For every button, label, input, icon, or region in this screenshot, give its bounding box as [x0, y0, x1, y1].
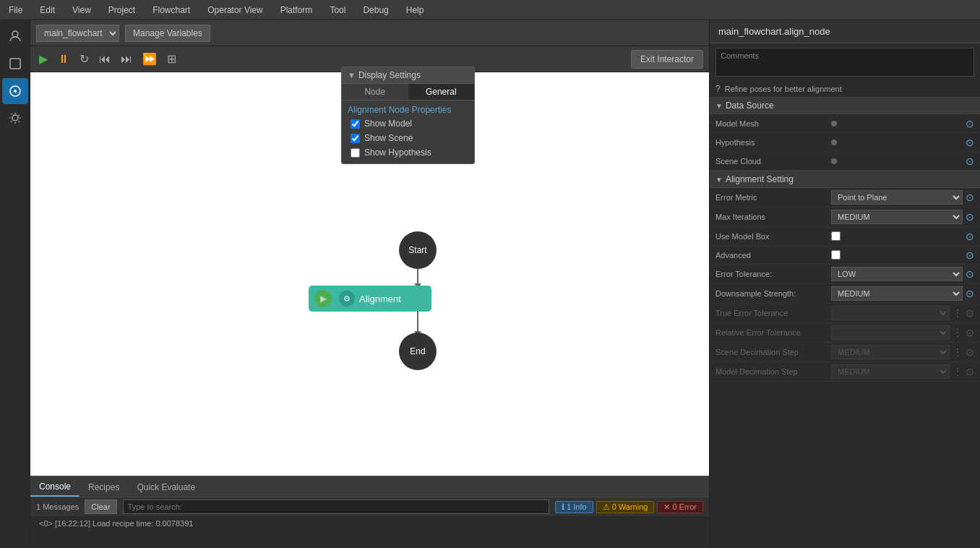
console-badges: ℹ 1 Info ⚠ 0 Warning ✕ 0 Error	[555, 501, 703, 513]
section-label-data-source: Data Source	[726, 100, 974, 111]
step-start-button[interactable]: ⏮	[96, 51, 113, 67]
badge-warning[interactable]: ⚠ 0 Warning	[596, 501, 655, 513]
pause-button[interactable]: ⏸	[55, 51, 72, 67]
section-data-source[interactable]: ▼ Data Source	[710, 97, 980, 114]
refresh-button[interactable]: ↻	[77, 51, 92, 67]
menu-debug[interactable]: Debug	[360, 4, 391, 17]
exit-interactor-button[interactable]: Exit Interactor	[631, 50, 703, 69]
menu-view[interactable]: View	[69, 4, 94, 17]
svg-rect-1	[10, 59, 20, 69]
console-search-input[interactable]	[123, 500, 550, 514]
flow-node-alignment[interactable]: ▶ ⚙ Alignment	[309, 286, 431, 312]
prop-link-advanced[interactable]: ⊙	[966, 249, 974, 261]
step-next-button[interactable]: ⏩	[139, 51, 160, 67]
prop-link-error-tolerance[interactable]: ⊙	[966, 268, 974, 280]
error-icon: ✕	[663, 502, 670, 512]
sidebar-icon-operator[interactable]	[2, 23, 28, 49]
sidebar-icon-light[interactable]	[2, 106, 28, 132]
ds-tab-general[interactable]: General	[408, 84, 475, 100]
flow-node-end[interactable]: End	[399, 333, 437, 370]
manage-variables-button[interactable]: Manage Variables	[125, 25, 210, 42]
prop-link-scene-cloud[interactable]: ⊙	[966, 155, 974, 167]
prop-select-error-metric[interactable]: Point to Plane	[831, 190, 963, 205]
show-hypothesis-checkbox[interactable]	[351, 148, 360, 158]
badge-error[interactable]: ✕ 0 Error	[657, 501, 703, 513]
info-icon: ℹ	[562, 502, 564, 512]
prop-link-relative-error: ⊙	[966, 327, 974, 338]
display-settings-title: Display Settings	[358, 70, 421, 80]
show-scene-checkbox[interactable]	[351, 134, 360, 143]
prop-menu-model-decimation: ⋮	[953, 366, 963, 377]
prop-label-scene-decimation-step: Scene Decimation Step	[715, 348, 831, 356]
prop-label-error-metric: Error Metric	[715, 193, 831, 202]
prop-checkbox-advanced[interactable]	[831, 250, 841, 260]
display-settings-header[interactable]: ▼ Display Settings	[342, 67, 474, 84]
prop-link-error-metric[interactable]: ⊙	[966, 192, 974, 203]
display-settings-tabs: Node General	[342, 84, 474, 100]
console-clear-button[interactable]: Clear	[85, 500, 116, 514]
ds-tab-node[interactable]: Node	[342, 84, 408, 100]
display-settings-panel: ▼ Display Settings Node General Alignmen…	[341, 67, 475, 164]
show-model-checkbox[interactable]	[351, 119, 360, 129]
prop-select-model-decimation-step: MEDIUM	[831, 364, 950, 379]
prop-label-hypothesis: Hypothesis	[715, 138, 831, 147]
prop-value-scene-cloud: ⊙	[831, 155, 974, 167]
console-content: <0> [16:22:12] Load recipe time: 0.00783…	[30, 516, 709, 548]
prop-label-advanced: Advanced	[715, 251, 831, 260]
prop-link-scene-decimation: ⊙	[966, 346, 974, 358]
menu-edit[interactable]: Edit	[37, 4, 58, 17]
prop-select-error-tolerance[interactable]: LOW MEDIUM HIGH	[831, 267, 963, 281]
prop-value-true-error-tolerance: ⋮ ⊙	[831, 306, 974, 320]
console-tab-recipes[interactable]: Recipes	[79, 477, 128, 497]
prop-select-scene-decimation-step: MEDIUM	[831, 345, 950, 359]
info-count: 1 Info	[567, 502, 587, 511]
prop-link-downsample-strength[interactable]: ⊙	[966, 288, 974, 299]
alignment-node-label: Alignment	[359, 294, 401, 304]
comments-box[interactable]: Comments	[715, 48, 974, 77]
info-text: Refine poses for better alignment	[725, 85, 842, 93]
flowchart-select[interactable]: main_flowchart	[36, 25, 119, 42]
prop-error-metric: Error Metric Point to Plane ⊙	[710, 188, 980, 207]
prop-select-max-iterations[interactable]: MEDIUM LOW HIGH	[831, 210, 963, 224]
menu-flowchart[interactable]: Flowchart	[150, 4, 193, 17]
prop-dot-hypothesis	[831, 140, 837, 145]
flow-node-start[interactable]: Start	[399, 231, 437, 269]
menu-help[interactable]: Help	[403, 4, 427, 17]
prop-link-hypothesis[interactable]: ⊙	[966, 137, 974, 148]
prop-max-iterations: Max Iterations MEDIUM LOW HIGH ⊙	[710, 207, 980, 227]
console-message-count: 1 Messages	[36, 502, 79, 511]
console-tab-console[interactable]: Console	[30, 477, 79, 497]
section-alignment-setting[interactable]: ▼ Alignment Setting	[710, 171, 980, 188]
prop-relative-error-tolerance: Relative Error Tolerance ⋮ ⊙	[710, 323, 980, 343]
badge-info[interactable]: ℹ 1 Info	[555, 501, 593, 513]
sidebar-icon-scene[interactable]	[2, 51, 28, 77]
prop-select-downsample-strength[interactable]: MEDIUM LOW HIGH	[831, 286, 963, 301]
menu-tool[interactable]: Tool	[327, 4, 348, 17]
menu-platform[interactable]: Platform	[278, 4, 316, 17]
grid-button[interactable]: ⊞	[164, 51, 179, 67]
warning-icon: ⚠	[603, 502, 610, 512]
prop-link-model-mesh[interactable]: ⊙	[966, 118, 974, 129]
menu-project[interactable]: Project	[106, 4, 138, 17]
error-count: 0 Error	[672, 502, 697, 511]
console-tab-quick-evaluate[interactable]: Quick Evaluate	[128, 477, 204, 497]
prop-checkbox-use-model-box[interactable]	[831, 231, 841, 241]
info-help-icon[interactable]: ?	[715, 84, 721, 94]
prop-label-model-mesh: Model Mesh	[715, 119, 831, 128]
prop-link-use-model-box[interactable]: ⊙	[966, 231, 974, 242]
prop-dot-scene-cloud	[831, 158, 837, 164]
svg-point-3	[14, 90, 17, 93]
ds-item-show-model: Show Model	[342, 116, 474, 131]
menu-operator-view[interactable]: Operator View	[205, 4, 265, 17]
sidebar-icon-alignment[interactable]	[2, 78, 28, 104]
step-end-button[interactable]: ⏭	[118, 51, 135, 67]
play-button[interactable]: ▶	[36, 51, 51, 67]
prop-link-model-decimation: ⊙	[966, 366, 974, 377]
comments-label: Comments	[721, 51, 759, 60]
start-node-label: Start	[408, 245, 426, 255]
prop-value-model-mesh: ⊙	[831, 118, 974, 129]
prop-value-model-decimation-step: MEDIUM ⋮ ⊙	[831, 364, 974, 379]
prop-link-max-iterations[interactable]: ⊙	[966, 211, 974, 223]
menu-file[interactable]: File	[6, 4, 25, 17]
prop-label-scene-cloud: Scene Cloud	[715, 157, 831, 166]
